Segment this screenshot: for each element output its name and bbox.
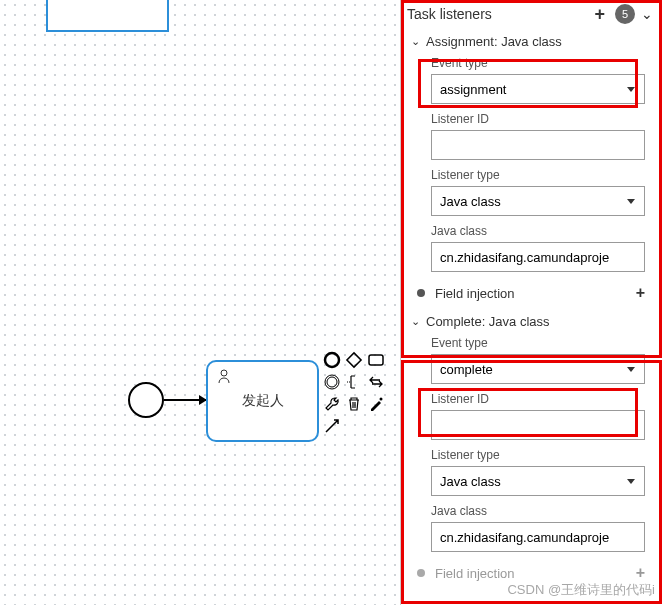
user-task[interactable]: 发起人	[206, 360, 319, 442]
svg-rect-3	[369, 355, 383, 365]
append-intermediate-event-icon[interactable]	[322, 372, 342, 392]
svg-point-7	[380, 398, 383, 401]
bpmn-canvas[interactable]: 发起人	[0, 0, 400, 605]
highlight-box	[418, 59, 638, 108]
context-pad	[322, 350, 394, 446]
svg-rect-2	[347, 353, 361, 367]
annotation-icon[interactable]	[344, 372, 364, 392]
task-label: 发起人	[242, 392, 284, 410]
wrench-icon[interactable]	[322, 394, 342, 414]
svg-point-1	[325, 353, 339, 367]
watermark: CSDN @王维诗里的代码i	[507, 581, 655, 599]
sequence-flow[interactable]	[164, 399, 206, 401]
highlight-box	[401, 0, 662, 358]
append-end-event-icon[interactable]	[322, 350, 342, 370]
svg-point-5	[327, 377, 337, 387]
user-icon	[216, 368, 232, 388]
color-icon[interactable]	[366, 394, 386, 414]
connect-icon[interactable]	[322, 416, 342, 436]
change-type-icon[interactable]	[366, 372, 386, 392]
highlight-box	[418, 388, 638, 437]
trash-icon[interactable]	[344, 394, 364, 414]
append-task-icon[interactable]	[366, 350, 386, 370]
append-gateway-icon[interactable]	[344, 350, 364, 370]
svg-point-0	[221, 370, 227, 376]
selected-shape-outline	[46, 0, 169, 32]
start-event[interactable]	[128, 382, 164, 418]
